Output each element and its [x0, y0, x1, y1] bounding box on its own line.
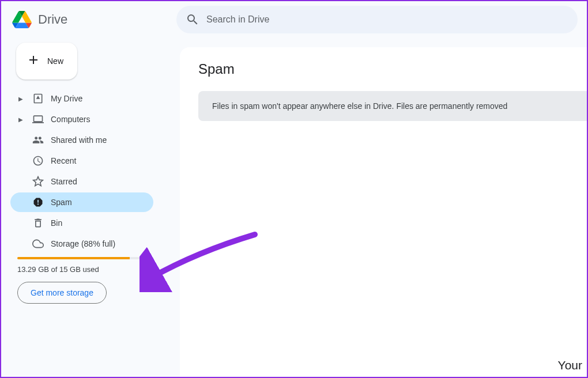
- page-title: Spam: [198, 61, 587, 77]
- nav-item-computers[interactable]: ▶ Computers: [10, 109, 153, 129]
- storage-progress-fill: [17, 257, 130, 259]
- star-icon: [32, 176, 44, 187]
- chevron-right-icon: ▶: [18, 116, 25, 123]
- app-title: Drive: [38, 12, 67, 27]
- new-button[interactable]: New: [16, 43, 77, 80]
- nav-label: Spam: [51, 198, 72, 207]
- storage-usage-text: 13.29 GB of 15 GB used: [17, 265, 146, 274]
- nav-label: Starred: [51, 177, 77, 186]
- computers-icon: [32, 114, 44, 125]
- spam-banner: Files in spam won't appear anywhere else…: [198, 91, 587, 121]
- chevron-right-icon: ▶: [18, 96, 25, 102]
- nav-item-starred[interactable]: ▶ Starred: [10, 172, 153, 191]
- sidebar: New ▶ My Drive ▶ Computers ▶ Shared with…: [1, 38, 163, 313]
- header: Drive: [1, 1, 587, 38]
- nav-label: My Drive: [51, 94, 82, 103]
- drive-logo-icon: [10, 8, 33, 31]
- logo-area[interactable]: Drive: [10, 8, 143, 31]
- search-bar[interactable]: [176, 6, 578, 33]
- nav-label: Storage (88% full): [51, 239, 115, 248]
- nav-label: Computers: [51, 115, 90, 124]
- nav-label: Recent: [51, 156, 76, 165]
- shared-icon: [32, 134, 44, 146]
- get-more-storage-button[interactable]: Get more storage: [17, 282, 107, 304]
- search-icon: [186, 13, 199, 27]
- nav-item-recent[interactable]: ▶ Recent: [10, 151, 153, 171]
- cloud-icon: [32, 238, 44, 250]
- storage-section: 13.29 GB of 15 GB used Get more storage: [10, 257, 153, 304]
- nav-item-spam[interactable]: ▶ Spam: [10, 192, 153, 212]
- spam-icon: [32, 196, 44, 208]
- plus-icon: [27, 53, 40, 69]
- nav-label: Shared with me: [51, 135, 107, 145]
- my-drive-icon: [32, 93, 44, 104]
- corner-text: Your: [558, 358, 582, 372]
- recent-icon: [32, 155, 44, 167]
- search-input[interactable]: [206, 14, 568, 25]
- nav-label: Bin: [51, 218, 62, 228]
- main-content: Spam Files in spam won't appear anywhere…: [180, 47, 587, 377]
- nav-list: ▶ My Drive ▶ Computers ▶ Shared with me …: [10, 89, 153, 254]
- nav-item-bin[interactable]: ▶ Bin: [10, 213, 153, 233]
- nav-item-storage[interactable]: ▶ Storage (88% full): [10, 234, 153, 254]
- nav-item-shared[interactable]: ▶ Shared with me: [10, 130, 153, 150]
- bin-icon: [32, 217, 44, 229]
- storage-progress-bar: [17, 257, 145, 259]
- new-button-label: New: [47, 56, 63, 66]
- nav-item-my-drive[interactable]: ▶ My Drive: [10, 89, 153, 108]
